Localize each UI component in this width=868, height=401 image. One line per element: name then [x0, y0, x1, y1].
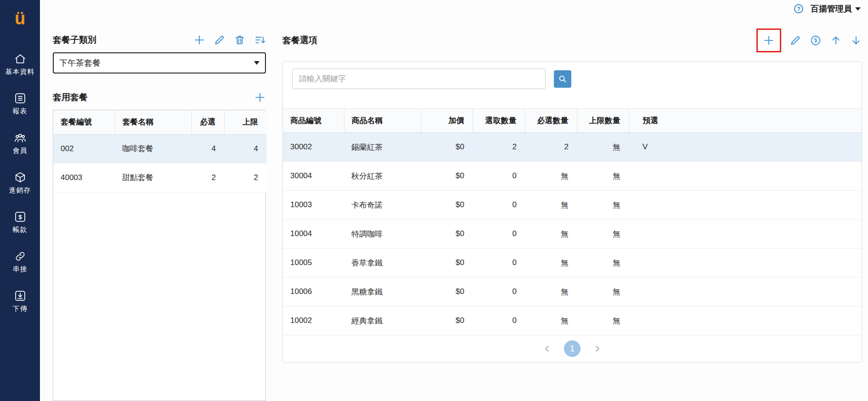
pencil-icon — [214, 34, 225, 46]
combo-table-box: 套餐編號 套餐名稱 必選 上限 002咖啡套餐4440003甜點套餐22 — [53, 110, 266, 401]
left-panel-title: 套餐子類別 — [53, 34, 96, 46]
svg-text:$: $ — [18, 214, 22, 220]
table-row[interactable]: 10003卡布奇諾$00無無 — [283, 191, 862, 220]
sidebar-item-inventory[interactable]: 進銷存 — [9, 171, 31, 195]
cell-sel: 0 — [473, 191, 525, 220]
search-icon — [558, 74, 568, 84]
table-row[interactable]: 30002錫蘭紅茶$022無V — [283, 133, 862, 162]
sidebar-item-label: 會員 — [13, 147, 28, 155]
pencil-icon — [789, 34, 801, 46]
cell-price: $0 — [421, 249, 473, 277]
cell-sel: 0 — [473, 277, 525, 306]
cell-_fill — [684, 162, 862, 191]
cell-_fill — [684, 306, 862, 335]
column-header-product-code: 商品編號 — [283, 109, 344, 133]
sort-subcategory-button[interactable] — [254, 34, 266, 46]
cell-_fill — [684, 133, 862, 162]
column-header-required-qty: 必選數量 — [525, 109, 577, 133]
combo-table-body: 002咖啡套餐4440003甜點套餐22 — [53, 134, 266, 192]
edit-option-button[interactable] — [789, 34, 801, 46]
column-header-selected-qty: 選取數量 — [473, 109, 525, 133]
cell-req: 無 — [525, 162, 577, 191]
search-input[interactable] — [292, 68, 546, 89]
page-number[interactable]: 1 — [564, 340, 581, 357]
table-row[interactable]: 10005香草拿鐵$00無無 — [283, 249, 862, 277]
sidebar-item-billing[interactable]: $ 帳款 — [13, 210, 28, 234]
right-panel-toolbar: $ — [756, 28, 862, 52]
right-panel-header: 套餐選項 $ — [282, 28, 862, 53]
sidebar-item-label: 進銷存 — [9, 186, 31, 195]
price-option-button[interactable]: $ — [810, 34, 822, 46]
table-row[interactable]: 10002經典拿鐵$00無無 — [283, 306, 862, 335]
cell-name: 特調咖啡 — [344, 220, 421, 249]
table-row[interactable]: 002咖啡套餐44 — [53, 134, 266, 163]
cell-code: 40003 — [53, 163, 115, 192]
table-row[interactable]: 40003甜點套餐22 — [53, 163, 266, 192]
sidebar-item-label: 帳款 — [13, 226, 28, 234]
edit-subcategory-button[interactable] — [214, 34, 225, 46]
table-row[interactable]: 10006黑糖拿鐵$00無無 — [283, 277, 862, 306]
arrow-up-icon — [830, 34, 842, 46]
sidebar: ü 基本資料 報表 會員 進銷存 $ 帳款 — [0, 0, 40, 401]
move-down-button[interactable] — [850, 34, 862, 46]
cell-lim: 無 — [577, 191, 629, 220]
download-icon — [14, 289, 27, 302]
cell-sel: 0 — [473, 306, 525, 335]
cell-sel: 0 — [473, 220, 525, 249]
report-icon — [14, 92, 27, 105]
sidebar-item-integration[interactable]: 串接 — [13, 250, 28, 274]
table-row[interactable]: 10004特調咖啡$00無無 — [283, 220, 862, 249]
sidebar-item-basic-data[interactable]: 基本資料 — [6, 52, 35, 76]
cell-name: 卡布奇諾 — [344, 191, 421, 220]
subcategory-select[interactable]: 下午茶套餐 — [53, 52, 266, 73]
add-subcategory-button[interactable] — [193, 34, 205, 46]
search-button[interactable] — [554, 70, 571, 88]
cell-name: 經典拿鐵 — [344, 306, 421, 335]
product-table-body: 30002錫蘭紅茶$022無V30004秋分紅茶$00無無10003卡布奇諾$0… — [283, 133, 862, 335]
column-header-combo-code: 套餐編號 — [53, 110, 115, 134]
move-up-button[interactable] — [830, 34, 842, 46]
add-combo-button[interactable] — [254, 91, 266, 103]
sidebar-item-members[interactable]: 會員 — [13, 131, 28, 155]
next-page-button[interactable] — [592, 344, 603, 354]
prev-page-button[interactable] — [542, 344, 552, 354]
cell-name: 錫蘭紅茶 — [344, 133, 421, 162]
right-panel-title: 套餐選項 — [282, 34, 317, 46]
column-header-product-name: 商品名稱 — [344, 109, 421, 133]
sidebar-item-label: 報表 — [13, 107, 28, 116]
add-option-button[interactable] — [763, 34, 775, 46]
chevron-left-icon — [542, 344, 552, 354]
applied-combos-title: 套用套餐 — [53, 91, 88, 103]
cell-sel: 0 — [473, 162, 525, 191]
delete-subcategory-button[interactable] — [234, 34, 246, 46]
cell-req: 無 — [525, 277, 577, 306]
cell-lim: 無 — [577, 220, 629, 249]
options-card: 商品編號 商品名稱 加價 選取數量 必選數量 上限數量 預選 30002錫蘭紅茶… — [282, 61, 862, 363]
cell-req: 無 — [525, 249, 577, 277]
cell-pre — [629, 162, 684, 191]
cell-name: 咖啡套餐 — [115, 134, 192, 163]
cell-name: 香草拿鐵 — [344, 249, 421, 277]
pagination: 1 — [283, 340, 862, 357]
plus-icon — [254, 91, 266, 103]
sidebar-item-label: 串接 — [13, 265, 28, 274]
cell-price: $0 — [421, 306, 473, 335]
cell-code: 10004 — [283, 220, 344, 249]
sidebar-item-download[interactable]: 下傳 — [13, 289, 28, 313]
cell-req: 4 — [192, 134, 224, 163]
screen: ü 基本資料 報表 會員 進銷存 $ 帳款 — [0, 0, 868, 401]
home-icon — [14, 52, 27, 65]
cell-req: 無 — [525, 191, 577, 220]
cell-_fill — [684, 249, 862, 277]
cell-sel: 0 — [473, 249, 525, 277]
table-row[interactable]: 30004秋分紅茶$00無無 — [283, 162, 862, 191]
sidebar-item-reports[interactable]: 報表 — [13, 92, 28, 116]
trash-icon — [234, 34, 246, 46]
arrow-down-icon — [850, 34, 862, 46]
cell-lim: 無 — [577, 133, 629, 162]
cell-req: 無 — [525, 306, 577, 335]
cell-name: 甜點套餐 — [115, 163, 192, 192]
subcategory-select-wrap: 下午茶套餐 — [53, 52, 266, 73]
plus-icon — [763, 34, 775, 46]
cell-code: 10003 — [283, 191, 344, 220]
